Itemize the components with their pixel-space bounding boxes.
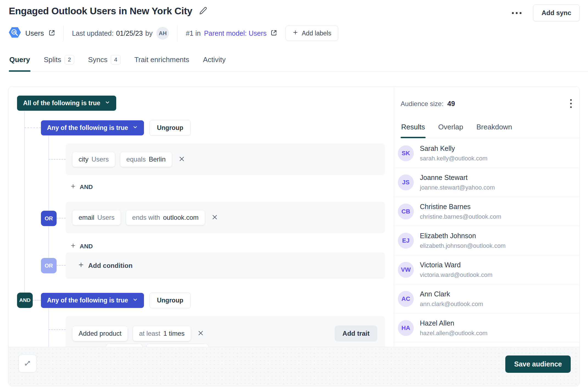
external-link-icon <box>48 29 55 37</box>
result-row[interactable]: VW Victoria Ward victoria.ward@outlook.c… <box>394 255 580 284</box>
query-footer: Save audience <box>9 347 579 386</box>
add-and-condition-button[interactable]: AND <box>70 243 93 250</box>
audience-size-value: 49 <box>447 100 455 108</box>
page-header: Engaged Outlook Users in New York City <box>9 5 207 16</box>
result-row[interactable]: SK Sarah Kelly sarah.kelly@outlook.com <box>394 139 580 168</box>
group-1-header: Any of the following is true Ungroup <box>41 120 191 136</box>
result-name: Victoria Ward <box>420 261 492 269</box>
external-link-icon <box>270 29 277 37</box>
add-labels-label: Add labels <box>302 30 331 37</box>
tab-splits[interactable]: Splits2 <box>43 55 75 71</box>
parent-model-link[interactable]: Parent model: Users <box>204 29 267 37</box>
tab-syncs[interactable]: Syncs4 <box>87 55 121 71</box>
add-and-condition-button[interactable]: AND <box>70 183 93 191</box>
result-row[interactable]: EJ Elizabeth Johnson elizabeth.johnson@o… <box>394 226 580 255</box>
group-operator-dropdown[interactable]: Any of the following is true <box>41 120 144 135</box>
tab-query[interactable]: Query <box>9 55 30 71</box>
result-name: Hazel Allen <box>420 319 487 327</box>
close-icon <box>179 156 185 163</box>
ungroup-button[interactable]: Ungroup <box>149 120 191 136</box>
close-icon <box>212 214 218 221</box>
rank-label: #1 in <box>186 29 201 37</box>
kebab-icon <box>570 99 572 101</box>
condition-row: email Users ends with outlook.com <box>66 202 385 233</box>
condition-operator-pill[interactable]: at least 1 times <box>133 326 191 341</box>
avatar: JS <box>398 174 414 190</box>
more-options-button[interactable] <box>511 9 523 17</box>
group-2-header: Any of the following is true Ungroup <box>41 293 191 308</box>
add-sync-button[interactable]: Add sync <box>533 4 580 21</box>
result-email: ann.clark@outlook.com <box>420 301 483 308</box>
condition-row: city Users equals Berlin <box>66 144 385 175</box>
parent-model-external-link[interactable] <box>270 29 277 37</box>
result-row[interactable]: CB Christine Barnes christine.barnes@out… <box>394 197 580 226</box>
results-list: SK Sarah Kelly sarah.kelly@outlook.com J… <box>394 139 580 343</box>
ungroup-button[interactable]: Ungroup <box>149 293 191 308</box>
source-users-link[interactable]: Users <box>25 29 55 38</box>
condition-field-pill[interactable]: Added product <box>72 326 128 341</box>
or-operator-badge[interactable]: OR <box>41 211 57 226</box>
add-condition-button[interactable]: Add condition <box>78 262 132 270</box>
connector-line <box>57 218 66 218</box>
avatar: EJ <box>398 233 414 249</box>
connector-line <box>49 329 66 330</box>
tab-overlap[interactable]: Overlap <box>438 123 464 138</box>
group-operator-dropdown[interactable]: Any of the following is true <box>41 293 144 308</box>
condition-field-pill[interactable]: city Users <box>72 152 115 167</box>
remove-condition-button[interactable] <box>177 154 187 165</box>
connector-line <box>24 127 41 128</box>
add-condition-row: Add condition <box>66 252 385 279</box>
avatar: CB <box>398 204 414 219</box>
divider <box>63 26 64 41</box>
and-operator-badge[interactable]: AND <box>17 293 33 308</box>
save-audience-button[interactable]: Save audience <box>505 355 571 373</box>
header-actions: Add sync <box>511 4 580 21</box>
expand-query-button[interactable] <box>18 354 37 373</box>
edit-title-button[interactable] <box>199 7 207 16</box>
remove-condition-button[interactable] <box>196 328 206 339</box>
close-icon <box>198 330 204 337</box>
avatar: AC <box>398 291 414 307</box>
condition-field-pill[interactable]: email Users <box>72 210 121 225</box>
tab-activity[interactable]: Activity <box>203 55 226 71</box>
add-trait-button[interactable]: Add trait <box>335 326 377 341</box>
result-name: Ann Clark <box>420 290 483 298</box>
pencil-icon <box>199 7 207 16</box>
or-operator-badge-pending: OR <box>41 258 57 273</box>
remove-condition-button[interactable] <box>210 212 220 223</box>
panel-menu-button[interactable] <box>568 97 574 110</box>
condition-operator-pill[interactable]: equals Berlin <box>120 152 172 167</box>
result-name: Sarah Kelly <box>420 145 487 152</box>
syncs-count-badge: 4 <box>111 55 121 64</box>
result-row[interactable]: JS Joanne Stewart joanne.stewart@yahoo.c… <box>394 168 580 197</box>
connector-line <box>33 300 41 301</box>
chevron-down-icon <box>132 124 138 132</box>
plus-icon <box>292 29 298 37</box>
tab-trait-enrichments[interactable]: Trait enrichments <box>134 55 190 71</box>
result-name: Elizabeth Johnson <box>420 232 506 240</box>
page-title: Engaged Outlook Users in New York City <box>9 5 192 16</box>
owner-avatar: AH <box>156 27 169 40</box>
result-row[interactable]: HA Hazel Allen hazel.allen@outlook.com <box>394 313 580 343</box>
connector-line <box>48 308 49 347</box>
result-email: hazel.allen@outlook.com <box>420 330 487 337</box>
tab-breakdown[interactable]: Breakdown <box>476 123 513 138</box>
source-name: Users <box>25 29 44 38</box>
connector-line <box>48 135 49 266</box>
meta-row: Users Last updated: 01/25/23 by AH #1 in… <box>9 25 338 41</box>
add-labels-button[interactable]: Add labels <box>285 26 338 41</box>
avatar: HA <box>398 320 414 336</box>
tab-results[interactable]: Results <box>401 123 426 138</box>
condition-operator-pill[interactable]: ends with outlook.com <box>126 210 205 225</box>
result-email: sarah.kelly@outlook.com <box>420 155 487 162</box>
result-row[interactable]: AC Ann Clark ann.clark@outlook.com <box>394 284 580 313</box>
connector-line <box>57 265 66 266</box>
expand-diagonal-icon <box>24 359 31 368</box>
chevron-down-icon <box>105 99 110 107</box>
plus-icon <box>70 243 76 250</box>
ellipsis-icon <box>512 12 514 14</box>
root-operator-dropdown[interactable]: All of the following is true <box>17 96 116 111</box>
plus-icon <box>78 262 84 270</box>
tab-bar: Query Splits2 Syncs4 Trait enrichments A… <box>9 55 588 72</box>
divider <box>177 26 177 41</box>
